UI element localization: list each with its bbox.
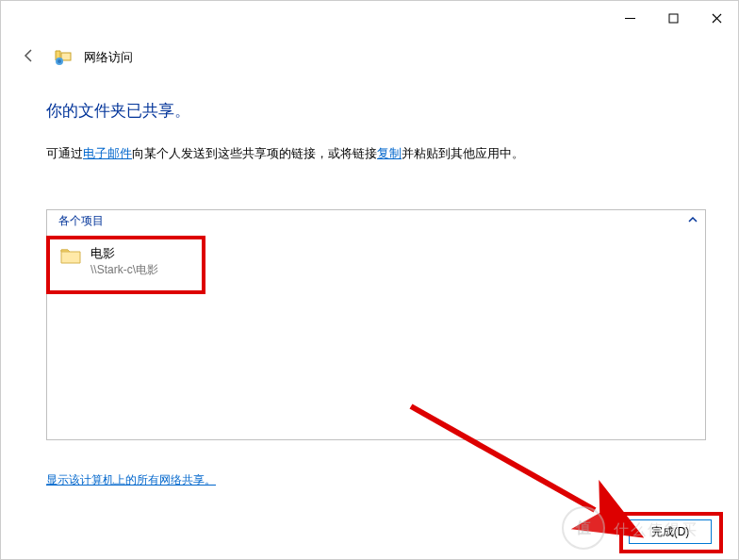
share-path: \\Stark-c\电影: [90, 262, 158, 278]
shared-items-panel: 各个项目 电影 \\Stark-c\电影: [46, 209, 706, 440]
svg-rect-4: [61, 53, 71, 60]
window-controls: [608, 1, 738, 35]
copy-link[interactable]: 复制: [377, 146, 402, 160]
instruction-pre: 可通过: [46, 146, 83, 160]
show-all-shares-link-wrapper: 显示该计算机上的所有网络共享。: [46, 472, 216, 488]
svg-rect-1: [669, 14, 678, 23]
folder-icon: [60, 245, 81, 267]
share-item[interactable]: 电影 \\Stark-c\电影: [47, 239, 705, 284]
close-button[interactable]: [695, 1, 738, 35]
show-all-shares-link[interactable]: 显示该计算机上的所有网络共享。: [46, 473, 216, 486]
panel-header[interactable]: 各个项目: [47, 210, 705, 232]
instruction-text: 可通过电子邮件向某个人发送到这些共享项的链接，或将链接复制并粘贴到其他应用中。: [46, 144, 706, 164]
window-title: 网络访问: [84, 49, 133, 66]
panel-body: 电影 \\Stark-c\电影: [47, 232, 705, 439]
watermark-icon: 值: [562, 506, 605, 550]
minimize-button[interactable]: [608, 1, 651, 35]
back-button[interactable]: [16, 44, 42, 71]
network-access-icon: [54, 47, 73, 69]
email-link[interactable]: 电子邮件: [83, 146, 132, 160]
page-heading: 你的文件夹已共享。: [46, 100, 706, 122]
share-name: 电影: [90, 245, 158, 262]
done-button[interactable]: 完成(D): [629, 519, 712, 544]
maximize-button[interactable]: [651, 1, 695, 35]
instruction-mid: 向某个人发送到这些共享项的链接，或将链接: [132, 146, 377, 160]
instruction-post: 并粘贴到其他应用中。: [402, 146, 524, 160]
panel-header-label: 各个项目: [58, 213, 104, 229]
collapse-caret-icon: [688, 215, 698, 226]
svg-point-6: [57, 59, 61, 63]
